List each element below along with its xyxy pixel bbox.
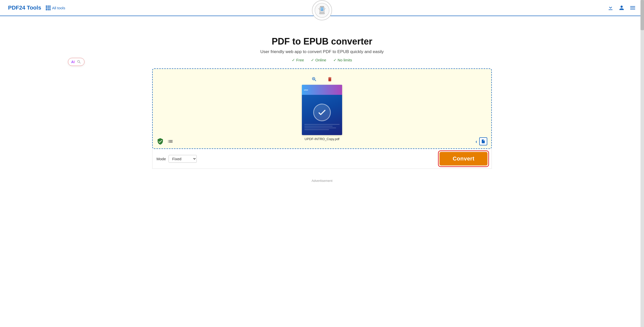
pdf-checkmark (313, 104, 331, 121)
search-icon (77, 60, 81, 64)
delete-button[interactable] (327, 76, 333, 83)
svg-text:UPDF: UPDF (304, 89, 308, 91)
ai-badge-text: AI (71, 60, 75, 64)
menu-button[interactable] (629, 5, 636, 11)
scrollbar[interactable] (640, 0, 644, 327)
page-subtitle: User friendly web app to convert PDF to … (260, 49, 384, 54)
download-button[interactable] (607, 5, 614, 11)
page-title: PDF to EPUB converter (272, 36, 372, 47)
all-tools-link[interactable]: All tools (46, 6, 65, 10)
svg-rect-7 (319, 13, 325, 14)
convert-button-wrapper: Convert (439, 152, 488, 166)
mode-label: Mode (156, 157, 166, 161)
feature-free: ✓ Free (292, 58, 304, 62)
scrollbar-thumb[interactable] (640, 0, 644, 30)
ai-badge[interactable]: AI (68, 58, 85, 66)
pdf-thumb-header: UPDF (302, 85, 342, 95)
list-button[interactable] (167, 138, 173, 144)
feature-online: ✓ Online (311, 58, 326, 62)
svg-rect-8 (321, 8, 324, 11)
drop-zone[interactable]: UPDF (152, 68, 492, 149)
add-file-button[interactable] (479, 137, 487, 145)
grid-icon (46, 6, 51, 10)
main-content: AI PDF to EPUB converter User friendly w… (0, 16, 644, 327)
header-right (607, 5, 636, 11)
drop-zone-toolbar: ‹ (157, 137, 487, 145)
advertisement-label: Advertisement (311, 179, 332, 183)
header: PDF24 Tools All tools (0, 0, 644, 16)
convert-button[interactable]: Convert (439, 152, 488, 166)
file-actions (311, 76, 333, 83)
toolbar-left (157, 138, 173, 145)
mode-control: Mode Fixed Flowing (156, 155, 197, 163)
svg-rect-2 (320, 6, 324, 8)
advertisement: Advertisement (311, 179, 332, 183)
controls-bar: Mode Fixed Flowing Convert (152, 149, 492, 169)
profile-button[interactable] (618, 5, 625, 11)
center-logo (312, 0, 332, 20)
mode-select[interactable]: Fixed Flowing (169, 155, 197, 163)
features-row: ✓ Free ✓ Online ✓ No limits (292, 58, 352, 62)
logo-link[interactable]: PDF24 Tools (8, 5, 41, 11)
shield-button[interactable] (157, 138, 164, 145)
all-tools-label: All tools (52, 6, 65, 10)
logo-circle (312, 0, 332, 20)
file-thumbnail: UPDF (302, 85, 342, 135)
logo-text: PDF24 Tools (8, 5, 41, 11)
file-container: UPDF (302, 76, 342, 141)
prev-button[interactable]: ‹ (475, 139, 477, 144)
zoom-button[interactable] (311, 76, 317, 83)
feature-no-limits: ✓ No limits (333, 58, 352, 62)
toolbar-right: ‹ (475, 137, 487, 145)
